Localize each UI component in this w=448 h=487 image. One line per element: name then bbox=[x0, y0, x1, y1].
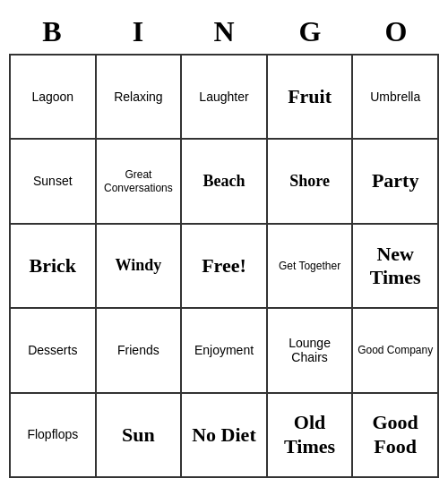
cell-label: Desserts bbox=[28, 343, 77, 358]
header-letter: B bbox=[9, 9, 95, 54]
bingo-cell: Sunset bbox=[11, 140, 97, 224]
bingo-cell: Good Food bbox=[353, 394, 439, 478]
cell-label: Good Company bbox=[358, 344, 433, 356]
cell-label: No Diet bbox=[192, 423, 255, 447]
cell-label: Old Times bbox=[271, 411, 349, 458]
bingo-row: SunsetGreat ConversationsBeachShoreParty bbox=[11, 140, 439, 224]
bingo-cell: Friends bbox=[97, 309, 183, 393]
bingo-grid: LagoonRelaxingLaughterFruitUmbrellaSunse… bbox=[9, 54, 439, 478]
cell-label: Brick bbox=[30, 254, 77, 278]
cell-label: Free! bbox=[202, 254, 246, 278]
bingo-cell: Fruit bbox=[268, 56, 354, 140]
cell-label: New Times bbox=[357, 243, 434, 290]
bingo-cell: Sun bbox=[97, 394, 183, 478]
bingo-cell: Old Times bbox=[268, 394, 354, 478]
cell-label: Great Conversations bbox=[100, 168, 177, 194]
bingo-cell: New Times bbox=[353, 225, 439, 309]
cell-label: Windy bbox=[116, 256, 162, 276]
bingo-row: LagoonRelaxingLaughterFruitUmbrella bbox=[11, 56, 439, 140]
cell-label: Relaxing bbox=[114, 90, 162, 105]
cell-label: Sunset bbox=[33, 174, 73, 189]
bingo-cell: Great Conversations bbox=[97, 140, 183, 224]
cell-label: Friends bbox=[117, 343, 159, 358]
cell-label: Party bbox=[372, 169, 419, 192]
cell-label: Lounge Chairs bbox=[271, 336, 349, 366]
header-letter: O bbox=[353, 9, 439, 54]
bingo-cell: Beach bbox=[182, 140, 268, 224]
cell-label: Laughter bbox=[199, 90, 248, 105]
header-letter: G bbox=[267, 9, 353, 54]
bingo-cell: Windy bbox=[97, 225, 183, 309]
cell-label: Enjoyment bbox=[194, 343, 254, 358]
bingo-cell: No Diet bbox=[182, 394, 268, 478]
cell-label: Umbrella bbox=[370, 90, 420, 105]
cell-label: Beach bbox=[202, 172, 245, 192]
cell-label: Get Together bbox=[279, 260, 340, 272]
bingo-header: BINGO bbox=[9, 9, 439, 54]
bingo-cell: Brick bbox=[11, 225, 97, 309]
cell-label: Good Food bbox=[357, 411, 434, 458]
bingo-cell: Free! bbox=[182, 225, 268, 309]
bingo-card: BINGO LagoonRelaxingLaughterFruitUmbrell… bbox=[9, 9, 439, 478]
bingo-cell: Umbrella bbox=[353, 56, 439, 140]
bingo-cell: Enjoyment bbox=[182, 309, 268, 393]
bingo-cell: Relaxing bbox=[97, 56, 183, 140]
header-letter: N bbox=[181, 9, 267, 54]
bingo-cell: Lounge Chairs bbox=[268, 309, 354, 393]
bingo-cell: Shore bbox=[268, 140, 354, 224]
bingo-cell: Good Company bbox=[353, 309, 439, 393]
bingo-row: DessertsFriendsEnjoymentLounge ChairsGoo… bbox=[11, 309, 439, 393]
cell-label: Lagoon bbox=[31, 90, 73, 105]
cell-label: Shore bbox=[289, 172, 330, 192]
cell-label: Fruit bbox=[288, 85, 332, 108]
bingo-row: BrickWindyFree!Get TogetherNew Times bbox=[11, 225, 439, 309]
header-letter: I bbox=[95, 9, 181, 54]
bingo-cell: Flopflops bbox=[11, 394, 97, 478]
cell-label: Flopflops bbox=[27, 427, 78, 442]
cell-label: Sun bbox=[122, 423, 155, 447]
bingo-cell: Laughter bbox=[182, 56, 268, 140]
bingo-cell: Lagoon bbox=[11, 56, 97, 140]
bingo-row: FlopflopsSunNo DietOld TimesGood Food bbox=[11, 394, 439, 478]
bingo-cell: Party bbox=[353, 140, 439, 224]
bingo-cell: Desserts bbox=[11, 309, 97, 393]
bingo-cell: Get Together bbox=[268, 225, 354, 309]
